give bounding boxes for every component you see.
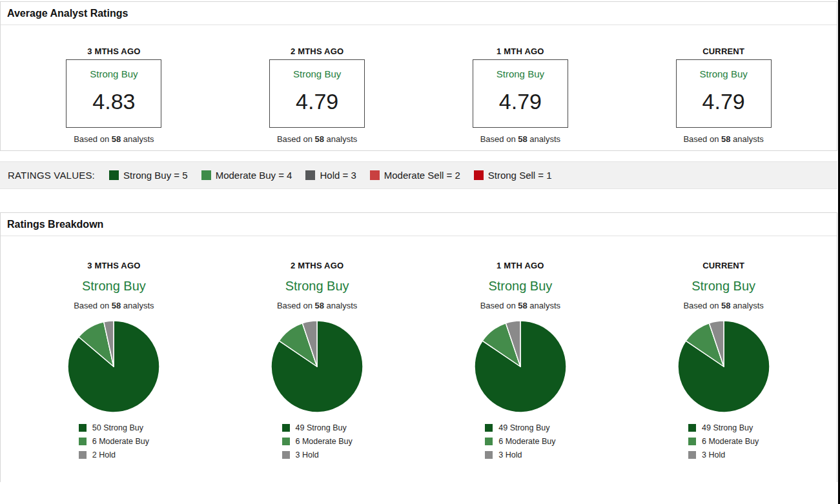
strong-buy-swatch-icon [485,424,493,432]
hold-swatch-icon [305,170,315,180]
pie-column-3mo: 3 MTHS AGO Strong Buy Based on 58 analys… [12,236,216,464]
hold-swatch-icon [79,451,87,459]
legend-item-hold: Hold = 3 [305,170,356,181]
legend-item-strong-sell: Strong Sell = 1 [474,170,552,181]
period-label: 2 MTHS AGO [216,46,419,56]
pie-chart-3mo [12,319,216,414]
analyst-count-note: Based on 58 analysts [419,134,622,144]
pie-chart-1mo [419,319,622,414]
analyst-count-note: Based on 58 analysts [12,301,216,310]
pie-legend: 49 Strong Buy 6 Moderate Buy 3 Hold [485,423,555,464]
rating-label: Strong Buy [67,68,161,79]
rating-label: Strong Buy [270,68,364,79]
panel-header: Ratings Breakdown [1,213,837,236]
legend-row-moderate-buy: 6 Moderate Buy [485,437,555,446]
legend-row-strong-buy: 50 Strong Buy [79,423,149,432]
rating-cards-row: 3 MTHS AGO Strong Buy 4.83 Based on 58 a… [1,25,837,150]
period-label: 3 MTHS AGO [12,46,216,56]
rating-box: Strong Buy 4.79 [473,59,568,128]
pie-chart-current [622,319,825,414]
analyst-count-note: Based on 58 analysts [622,134,825,144]
hold-swatch-icon [688,451,696,459]
analyst-count-note: Based on 58 analysts [216,301,419,310]
pie-column-2mo: 2 MTHS AGO Strong Buy Based on 58 analys… [216,236,419,464]
moderate-buy-swatch-icon [282,438,290,445]
rating-card-1mo: 1 MTH AGO Strong Buy 4.79 Based on 58 an… [419,25,622,144]
period-label: CURRENT [622,261,825,270]
ratings-values-bar: RATINGS VALUES: Strong Buy = 5 Moderate … [0,161,837,189]
legend-row-moderate-buy: 6 Moderate Buy [282,437,353,446]
hold-swatch-icon [485,451,493,459]
period-label: 1 MTH AGO [419,261,622,270]
strong-buy-swatch-icon [109,170,119,180]
analyst-count: 58 [518,134,527,144]
moderate-buy-swatch-icon [79,438,87,445]
period-label: 2 MTHS AGO [216,261,419,270]
strong-sell-swatch-icon [474,170,484,180]
average-analyst-ratings-panel: Average Analyst Ratings 3 MTHS AGO Stron… [0,1,837,151]
period-label: 1 MTH AGO [419,46,622,56]
analyst-count: 58 [112,301,121,310]
rating-box: Strong Buy 4.83 [66,59,161,128]
analyst-count-note: Based on 58 analysts [216,134,419,144]
rating-label: Strong Buy [473,68,568,79]
analyst-count: 58 [721,301,730,310]
rating-card-2mo: 2 MTHS AGO Strong Buy 4.79 Based on 58 a… [216,25,419,144]
moderate-buy-swatch-icon [201,170,211,180]
pie-legend: 49 Strong Buy 6 Moderate Buy 3 Hold [688,423,759,464]
rating-card-current: CURRENT Strong Buy 4.79 Based on 58 anal… [622,25,825,144]
legend-row-hold: 2 Hold [79,450,149,459]
moderate-buy-swatch-icon [485,438,493,445]
page-title: Average Analyst Ratings [7,8,830,19]
legend-row-strong-buy: 49 Strong Buy [688,423,759,432]
period-label: CURRENT [622,46,825,56]
rating-value: 4.79 [473,79,568,127]
pie-column-current: CURRENT Strong Buy Based on 58 analysts … [622,236,825,464]
rating-value: 4.79 [270,79,364,127]
rating-value: 4.83 [67,79,161,127]
legend-item-moderate-buy: Moderate Buy = 4 [201,170,292,181]
moderate-sell-swatch-icon [370,170,380,180]
consensus-rating-label: Strong Buy [12,279,216,294]
rating-box: Strong Buy 4.79 [269,59,365,128]
rating-box: Strong Buy 4.79 [676,59,772,128]
legend-row-hold: 3 Hold [688,450,759,459]
strong-buy-swatch-icon [79,424,87,432]
analyst-count: 58 [315,134,324,144]
analyst-count: 58 [315,301,324,310]
ratings-values-label: RATINGS VALUES: [8,170,95,181]
consensus-rating-label: Strong Buy [622,279,825,294]
legend-item-moderate-sell: Moderate Sell = 2 [370,170,460,181]
strong-buy-swatch-icon [688,424,696,432]
legend-row-hold: 3 Hold [485,450,555,459]
legend-row-strong-buy: 49 Strong Buy [282,423,353,432]
legend-row-strong-buy: 49 Strong Buy [485,423,555,432]
ratings-breakdown-panel: Ratings Breakdown 3 MTHS AGO Strong Buy … [0,212,837,482]
hold-swatch-icon [282,451,290,459]
period-label: 3 MTHS AGO [12,261,216,270]
analyst-count-note: Based on 58 analysts [622,301,825,310]
analyst-ratings-page: Average Analyst Ratings 3 MTHS AGO Stron… [0,0,840,504]
rating-value: 4.79 [677,79,771,127]
analyst-count: 58 [721,134,730,144]
rating-card-3mo: 3 MTHS AGO Strong Buy 4.83 Based on 58 a… [12,25,216,144]
pie-legend: 50 Strong Buy 6 Moderate Buy 2 Hold [79,423,149,464]
analyst-count-note: Based on 58 analysts [12,134,216,144]
analyst-count: 58 [518,301,527,310]
pie-column-1mo: 1 MTH AGO Strong Buy Based on 58 analyst… [419,236,622,464]
legend-row-hold: 3 Hold [282,450,353,459]
panel-header: Average Analyst Ratings [1,2,837,25]
legend-item-strong-buy: Strong Buy = 5 [109,170,188,181]
analyst-count-note: Based on 58 analysts [419,301,622,310]
strong-buy-swatch-icon [282,424,290,432]
consensus-rating-label: Strong Buy [216,279,419,294]
rating-label: Strong Buy [677,68,771,79]
consensus-rating-label: Strong Buy [419,279,622,294]
pie-charts-row: 3 MTHS AGO Strong Buy Based on 58 analys… [1,236,837,464]
legend-row-moderate-buy: 6 Moderate Buy [688,437,759,446]
ratings-breakdown-title: Ratings Breakdown [7,219,830,230]
pie-chart-2mo [216,319,419,414]
legend-row-moderate-buy: 6 Moderate Buy [79,437,149,446]
pie-legend: 49 Strong Buy 6 Moderate Buy 3 Hold [282,423,353,464]
moderate-buy-swatch-icon [688,438,696,445]
